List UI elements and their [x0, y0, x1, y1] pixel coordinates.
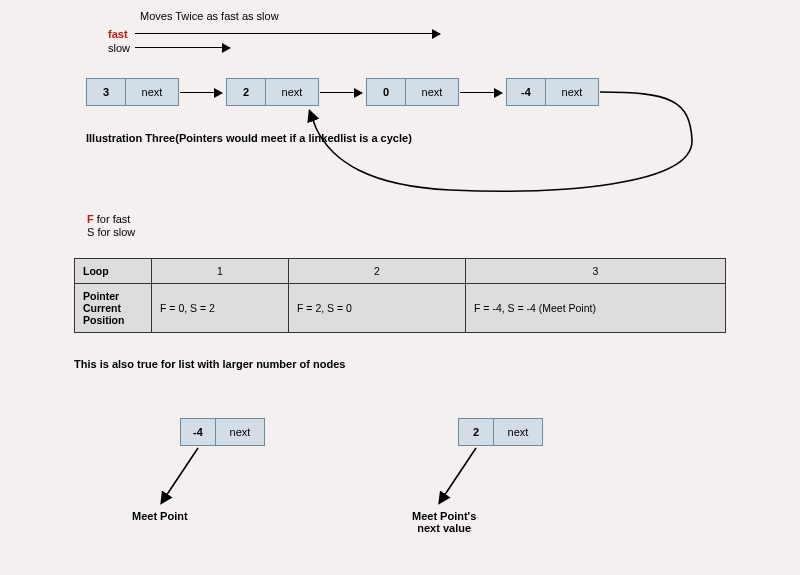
meet-point-next-l2: next value [417, 522, 471, 534]
meet-next-node-value: 2 [459, 419, 494, 445]
footer-note: This is also true for list with larger n… [74, 358, 345, 370]
node-1-next: next [266, 79, 318, 105]
fast-arrow [135, 33, 440, 34]
slow-label: slow [108, 42, 130, 54]
legend-f-rest: for fast [94, 213, 131, 225]
meet-point-caption: Meet Point [132, 510, 188, 522]
legend-f: F for fast [87, 213, 130, 225]
meet-point-next-l1: Meet Point's [412, 510, 476, 522]
node-3-next: next [546, 79, 598, 105]
illustration-caption: Illustration Three(Pointers would meet i… [86, 132, 412, 144]
node-1: 2 next [226, 78, 319, 106]
svg-line-0 [162, 448, 198, 502]
node-1-value: 2 [227, 79, 266, 105]
meet-next-node-next: next [494, 419, 542, 445]
moves-twice-label: Moves Twice as fast as slow [140, 10, 279, 22]
arrow-1-2 [320, 92, 362, 93]
table-cell-2: F = 2, S = 0 [289, 284, 466, 333]
legend-f-letter: F [87, 213, 94, 225]
node-3-value: -4 [507, 79, 546, 105]
node-2-value: 0 [367, 79, 406, 105]
slow-arrow [135, 47, 230, 48]
table-cell-3: F = -4, S = -4 (Meet Point) [466, 284, 726, 333]
meet-point-next-caption: Meet Point's next value [412, 510, 476, 534]
diagram-canvas: Moves Twice as fast as slow fast slow 3 … [0, 0, 800, 575]
legend-s: S for slow [87, 226, 135, 238]
table-row2-label: Pointer Current Position [75, 284, 152, 333]
table-col-2: 2 [289, 259, 466, 284]
node-2-next: next [406, 79, 458, 105]
fast-label: fast [108, 28, 128, 40]
table-cell-1: F = 0, S = 2 [152, 284, 289, 333]
meet-next-node: 2 next [458, 418, 543, 446]
table-row1-label: Loop [75, 259, 152, 284]
arrow-2-3 [460, 92, 502, 93]
node-0-next: next [126, 79, 178, 105]
node-0: 3 next [86, 78, 179, 106]
svg-line-1 [440, 448, 476, 502]
arrow-0-1 [180, 92, 222, 93]
table-col-1: 1 [152, 259, 289, 284]
node-3: -4 next [506, 78, 599, 106]
node-0-value: 3 [87, 79, 126, 105]
meet-node: -4 next [180, 418, 265, 446]
meet-node-value: -4 [181, 419, 216, 445]
node-2: 0 next [366, 78, 459, 106]
iteration-table: Loop 1 2 3 Pointer Current Position F = … [74, 258, 726, 333]
table-col-3: 3 [466, 259, 726, 284]
meet-node-next: next [216, 419, 264, 445]
